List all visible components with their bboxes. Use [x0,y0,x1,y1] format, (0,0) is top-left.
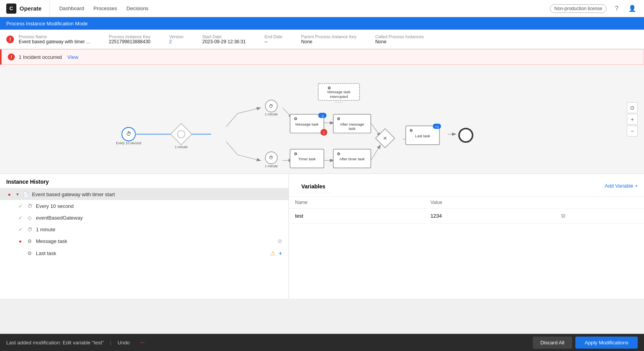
svg-text:⏱: ⏱ [269,104,274,108]
info-process-name: Process Name Event based gateway with ti… [19,34,90,44]
app-logo: C Operate [6,0,50,17]
bottom-bar-actions: Discard All Apply Modifications [533,337,638,349]
info-called-instances: Called Process Instances None [375,34,423,44]
apply-modifications-button[interactable]: Apply Modifications [575,337,638,349]
svg-text:⏱: ⏱ [269,155,274,160]
svg-line-3 [238,108,260,113]
var-col-name: Name [289,197,424,209]
modification-bar: Process Instance Modification Mode [0,17,644,30]
history-item-every10[interactable]: ✓ ⏱ Every 10 second [0,200,288,212]
svg-text:1 minute: 1 minute [175,145,188,149]
history-item-gateway[interactable]: ✓ ◇ eventBasedGateway [0,212,288,223]
bpmn-diagram: ⏱ Every 10 second 1 minute ⏱ 1 minute ⚙ … [0,65,644,174]
start-date-label: Start Date [202,34,246,39]
undo-arrow-icon: ← [139,339,146,347]
svg-text:⚙: ⚙ [294,117,297,121]
history-item-root[interactable]: ● ▼ 📄 Event based gateway with timer sta… [0,188,288,200]
history-warn-icon: ⚠ [270,250,276,257]
variable-copy-cell: ⧉ [555,209,644,223]
diagram-zoom-in-btn[interactable]: + [627,114,638,125]
svg-text:⚙: ⚙ [337,152,340,156]
incident-view-link[interactable]: View [68,54,78,60]
history-check-icon-2: ✓ [17,214,23,221]
top-nav: C Operate Dashboard Processes Decisions … [0,0,644,17]
svg-text:Message task: Message task [327,90,350,94]
history-item-lasttask[interactable]: ⚙ Last task ⚠ + [0,247,288,260]
history-item-1min[interactable]: ✓ ⏱ 1 minute [0,223,288,235]
history-item-msgtask[interactable]: ● ⚙ Message task ⊘ [0,235,288,247]
history-lasttask-label: Last task [36,250,56,256]
svg-line-4 [226,142,238,155]
svg-rect-18 [171,124,192,145]
history-root-label: Event based gateway with timer start [32,191,115,197]
history-add-icon[interactable]: + [279,250,282,257]
svg-text:Timer task: Timer task [298,157,316,161]
end-date-value: -- [265,39,283,44]
history-msgtask-label: Message task [36,238,67,244]
info-end-date: End Date -- [265,34,283,44]
history-cancel-icon[interactable]: ⊘ [278,238,282,244]
diagram-zoom-out-btn[interactable]: − [627,126,638,136]
history-every10-label: Every 10 second [36,203,74,209]
var-col-value: Value [424,197,555,209]
history-1min-label: 1 minute [36,227,55,232]
history-document-icon: 📄 [23,191,29,197]
svg-text:⚙: ⚙ [294,152,297,156]
nav-processes[interactable]: Processes [93,4,117,13]
svg-text:task: task [349,126,356,131]
info-start-date: Start Date 2023-09-29 12:36:31 [202,34,246,44]
svg-text:-1: -1 [321,114,324,118]
diagram-controls: ⊙ + − [627,102,638,136]
history-timer-icon-2: ⏱ [27,226,33,232]
history-error-icon: ● [6,191,12,197]
variables-panel: Variables Add Variable + Name Value test… [289,174,644,299]
variable-row: test 1234 ⧉ [289,209,644,223]
version-label: Version [169,34,184,39]
called-instances-label: Called Process Instances [375,34,423,39]
svg-text:⏱: ⏱ [126,131,131,137]
copy-icon[interactable]: ⧉ [561,213,565,219]
undo-button[interactable]: Undo [117,340,130,346]
variable-name: test [289,209,424,223]
svg-text:interrupted: interrupted [330,94,348,99]
called-instances-value: None [375,39,423,44]
modification-bar-label: Process Instance Modification Mode [6,21,88,27]
history-gateway-icon: ◇ [27,214,33,221]
process-error-icon: ! [6,35,14,43]
history-empty-icon [17,250,23,257]
history-task-icon-2: ⚙ [27,250,33,257]
svg-text:1 minute: 1 minute [265,164,278,168]
instance-history-title: Instance History [0,174,288,188]
license-badge[interactable]: Non-production license [550,4,607,13]
svg-text:Every 10 second: Every 10 second [116,141,141,145]
nav-decisions[interactable]: Decisions [126,4,148,13]
parent-key-value: None [301,39,357,44]
info-instance-key: Process Instance Key 2251799813888430 [109,34,151,44]
help-icon[interactable]: ? [611,3,622,14]
info-parent-key: Parent Process Instance Key None [301,34,357,44]
svg-text:+1: +1 [435,125,439,129]
history-check-icon: ✓ [17,203,23,209]
svg-text:After timer task: After timer task [340,157,365,161]
svg-text:Message task: Message task [295,122,318,126]
bottom-panel: Instance History ● ▼ 📄 Event based gatew… [0,174,644,299]
start-date-value: 2023-09-29 12:36:31 [202,39,246,44]
instance-key-label: Process Instance Key [109,34,151,39]
version-value[interactable]: 2 [169,39,184,44]
svg-text:⚙: ⚙ [409,128,413,133]
end-date-label: End Date [265,34,283,39]
diagram-reset-btn[interactable]: ⊙ [627,102,638,113]
history-lasttask-actions: ⚠ + [270,250,282,257]
process-name-label: Process Name [19,34,90,39]
process-info-bar: ! Process Name Event based gateway with … [0,30,644,49]
svg-line-11 [371,145,380,160]
nav-dashboard[interactable]: Dashboard [59,4,84,13]
add-variable-btn[interactable]: Add Variable + [605,183,638,189]
svg-point-55 [459,129,473,142]
discard-all-button[interactable]: Discard All [533,337,572,349]
instance-history-panel: Instance History ● ▼ 📄 Event based gatew… [0,174,289,299]
user-icon[interactable]: 👤 [627,3,638,14]
app-name: Operate [20,5,42,12]
svg-text:✕: ✕ [383,135,387,141]
modification-status-text: Last added modification: Edit variable "… [6,340,104,346]
